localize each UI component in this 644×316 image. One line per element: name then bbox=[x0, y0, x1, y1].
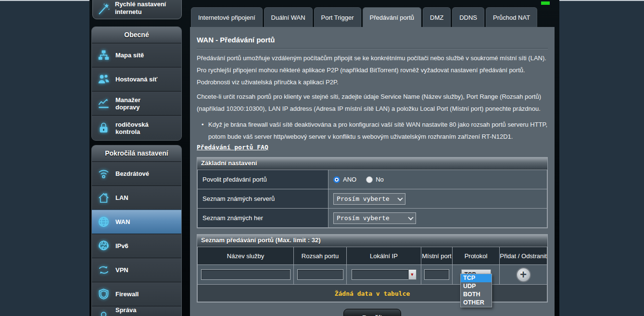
intro-line: Předávání portů umožňuje vzdáleným počít… bbox=[197, 52, 548, 64]
col-local-ip: Lokální IP bbox=[347, 247, 421, 265]
local-ip-input[interactable] bbox=[352, 269, 408, 280]
table-row: Seznam známých serverů Prosím vyberte bbox=[198, 189, 547, 209]
ipv6-icon: IPv6 bbox=[97, 239, 110, 252]
page-title: WAN - Předávání portů bbox=[197, 36, 548, 44]
firewall-icon bbox=[97, 288, 110, 301]
sidebar-item-vpn[interactable]: VPN bbox=[92, 258, 181, 282]
sidebar-item-lan[interactable]: LAN bbox=[92, 185, 181, 210]
wireless-icon bbox=[97, 167, 110, 180]
known-servers-select[interactable]: Prosím vyberte bbox=[333, 193, 405, 205]
table-header-row: Název služby Rozsah portu Lokální IP Mís… bbox=[198, 247, 547, 265]
col-protocol: Protokol bbox=[453, 247, 500, 265]
sidebar-item-administration[interactable]: Správa bbox=[92, 306, 181, 316]
wan-icon bbox=[97, 215, 110, 228]
tab-port-trigger[interactable]: Port Trigger bbox=[314, 7, 361, 27]
lan-icon bbox=[97, 191, 110, 204]
protocol-option-tcp[interactable]: TCP bbox=[461, 274, 492, 282]
main-content-panel: WAN - Předávání portů Předávání portů um… bbox=[190, 27, 555, 316]
vpn-icon bbox=[97, 263, 110, 276]
tab-dmz[interactable]: DMZ bbox=[423, 7, 451, 27]
protocol-option-other[interactable]: OTHER bbox=[461, 299, 492, 307]
tab-nat-passthrough[interactable]: Průchod NAT bbox=[486, 7, 537, 27]
radio-no[interactable] bbox=[366, 176, 373, 183]
input-row: ▼ TCP + bbox=[198, 265, 547, 285]
admin-icon bbox=[97, 310, 110, 316]
known-games-select[interactable]: Prosím vyberte bbox=[333, 212, 416, 224]
radio-yes-label[interactable]: ANO bbox=[343, 176, 356, 183]
table-row: Seznam známých her Prosím vyberte bbox=[198, 209, 547, 228]
magic-wand-icon bbox=[97, 1, 111, 16]
status-led bbox=[541, 1, 550, 5]
forward-list-section: Seznam předávání portů (Max. limit : 32)… bbox=[197, 234, 548, 303]
intro-line: Pro rychlejší připojení mohou některé ap… bbox=[197, 64, 548, 76]
known-servers-label: Seznam známých serverů bbox=[198, 189, 328, 209]
local-port-input[interactable] bbox=[424, 269, 449, 280]
col-service-name: Název služby bbox=[198, 247, 294, 265]
basic-settings-title: Základní nastavení bbox=[197, 158, 547, 170]
sidebar-group-general: Obecné Mapa sítě Hostovaná síť Manažer d… bbox=[91, 26, 182, 141]
intro-line: Chcete-li určit rozsah portů pro klienty… bbox=[197, 91, 548, 115]
tab-port-forwarding[interactable]: Předávání portů bbox=[363, 7, 422, 27]
table-row: Povolit předávání portů ANO No bbox=[198, 170, 547, 189]
protocol-option-udp[interactable]: UDP bbox=[461, 282, 492, 290]
port-range-input[interactable] bbox=[297, 269, 343, 280]
col-local-port: Místní port bbox=[421, 247, 453, 265]
guest-network-icon bbox=[97, 73, 110, 86]
network-map-icon bbox=[97, 49, 110, 62]
known-games-label: Seznam známých her bbox=[198, 209, 328, 228]
protocol-option-both[interactable]: BOTH bbox=[461, 290, 492, 299]
sidebar-item-wan[interactable]: WAN bbox=[92, 210, 181, 234]
local-ip-dropdown-button[interactable]: ▼ bbox=[408, 269, 417, 280]
sidebar-item-parental-control[interactable]: rodičovská kontrola bbox=[92, 115, 181, 140]
add-row-button[interactable]: + bbox=[516, 267, 531, 282]
wan-tab-bar: Internetové připojení Duální WAN Port Tr… bbox=[191, 7, 537, 27]
firewall-note: Když je brána firewall vaší sítě deaktiv… bbox=[197, 118, 548, 143]
traffic-manager-icon bbox=[97, 97, 110, 110]
sidebar-group-advanced: Pokročilá nastavení Bezdrátové LAN WAN I… bbox=[91, 145, 182, 316]
enable-port-forwarding-label: Povolit předávání portů bbox=[198, 170, 328, 189]
sidebar-section-title: Obecné bbox=[92, 27, 181, 43]
quick-setup-button[interactable]: Rychlé nastavení internetu bbox=[92, 0, 182, 19]
forward-list-title: Seznam předávání portů (Max. limit : 32) bbox=[197, 235, 547, 247]
radio-no-label[interactable]: No bbox=[376, 176, 384, 183]
basic-settings-section: Základní nastavení Povolit předávání por… bbox=[197, 157, 548, 228]
protocol-options-dropdown: TCP UDP BOTH OTHER bbox=[460, 274, 492, 307]
chevron-down-icon bbox=[397, 195, 403, 200]
sidebar-item-guest-network[interactable]: Hostovaná síť bbox=[92, 67, 181, 91]
sidebar-item-ipv6[interactable]: IPv6 IPv6 bbox=[92, 234, 181, 258]
intro-text: Předávání portů umožňuje vzdáleným počít… bbox=[197, 52, 548, 115]
apply-button[interactable]: Použít bbox=[343, 309, 401, 316]
parental-control-icon bbox=[97, 121, 110, 134]
title-divider bbox=[197, 48, 548, 49]
chevron-down-icon bbox=[408, 214, 413, 220]
empty-table-message: Žádná data v tabulce bbox=[335, 290, 410, 297]
tab-ddns[interactable]: DDNS bbox=[452, 7, 484, 27]
tab-internet-connection[interactable]: Internetové připojení bbox=[191, 7, 263, 27]
col-add-delete: Přidat / Odstranit bbox=[500, 247, 547, 265]
sidebar-section-title: Pokročilá nastavení bbox=[92, 145, 181, 161]
svg-text:IPv6: IPv6 bbox=[101, 244, 107, 248]
sidebar-item-traffic-manager[interactable]: Manažer dopravy bbox=[92, 91, 181, 115]
sidebar-item-firewall[interactable]: Firewall bbox=[92, 282, 181, 306]
empty-row: Žádná data v tabulce bbox=[198, 285, 547, 302]
quick-setup-label: Rychlé nastavení internetu bbox=[115, 0, 173, 16]
port-forwarding-faq-link[interactable]: Předávání portů FAQ bbox=[197, 144, 268, 151]
tab-dual-wan[interactable]: Duální WAN bbox=[264, 7, 313, 27]
col-port-range: Rozsah portu bbox=[294, 247, 347, 265]
radio-yes[interactable] bbox=[333, 176, 340, 183]
service-name-input[interactable] bbox=[201, 269, 290, 280]
sidebar-item-network-map[interactable]: Mapa sítě bbox=[92, 43, 181, 67]
sidebar-item-wireless[interactable]: Bezdrátové bbox=[92, 161, 181, 185]
intro-line: Podrobnosti viz uživatelská příručka k a… bbox=[197, 76, 548, 88]
